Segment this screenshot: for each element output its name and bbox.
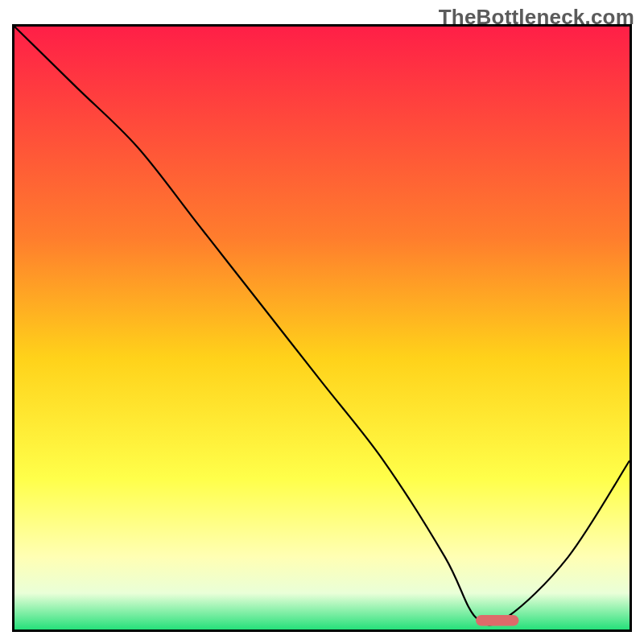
optimal-marker bbox=[476, 615, 518, 625]
plot-area bbox=[12, 24, 632, 632]
watermark-label: TheBottleneck.com bbox=[439, 5, 634, 30]
chart-svg bbox=[14, 27, 630, 630]
chart-container: TheBottleneck.com bbox=[0, 0, 644, 644]
